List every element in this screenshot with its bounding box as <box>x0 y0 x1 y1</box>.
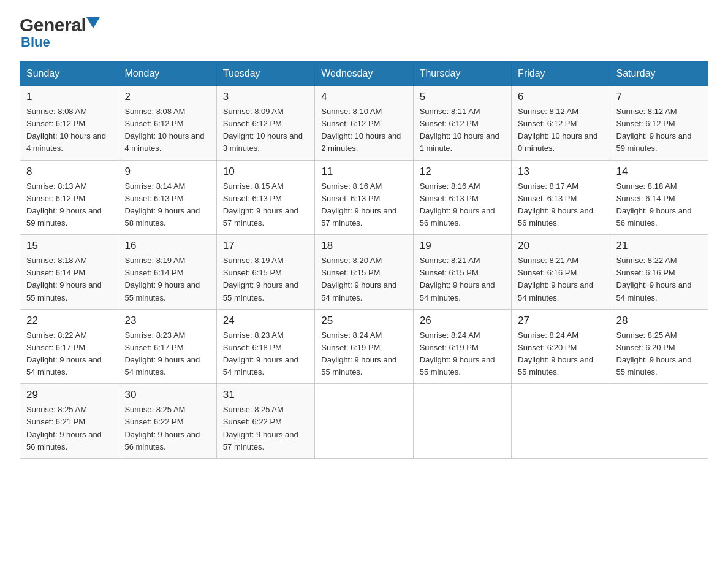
daylight-label: Daylight: 9 hours and 55 minutes. <box>124 280 200 302</box>
day-number: 30 <box>124 389 210 401</box>
day-cell-31: 31 Sunrise: 8:25 AM Sunset: 6:22 PM Dayl… <box>216 384 314 459</box>
daylight-label: Daylight: 9 hours and 57 minutes. <box>223 430 298 451</box>
daylight-label: Daylight: 10 hours and 0 minutes. <box>518 131 597 153</box>
sunrise-label: Sunrise: 8:24 AM <box>321 331 382 340</box>
calendar-week-row: 1 Sunrise: 8:08 AM Sunset: 6:12 PM Dayli… <box>20 86 708 161</box>
sunrise-label: Sunrise: 8:18 AM <box>616 182 677 191</box>
daylight-label: Daylight: 9 hours and 55 minutes. <box>26 280 102 302</box>
sunset-label: Sunset: 6:18 PM <box>223 343 282 352</box>
empty-day-cell <box>512 384 610 459</box>
sunrise-label: Sunrise: 8:11 AM <box>420 107 480 116</box>
sunset-label: Sunset: 6:12 PM <box>26 194 85 203</box>
day-info: Sunrise: 8:22 AM Sunset: 6:17 PM Dayligh… <box>26 329 112 379</box>
day-number: 4 <box>321 91 406 103</box>
weekday-header-thursday: Thursday <box>413 62 511 86</box>
daylight-label: Daylight: 10 hours and 4 minutes. <box>124 131 204 153</box>
sunset-label: Sunset: 6:15 PM <box>420 268 479 277</box>
daylight-label: Daylight: 9 hours and 56 minutes. <box>420 206 495 228</box>
day-cell-21: 21 Sunrise: 8:22 AM Sunset: 6:16 PM Dayl… <box>610 235 708 310</box>
weekday-header-row: SundayMondayTuesdayWednesdayThursdayFrid… <box>20 62 708 86</box>
day-info: Sunrise: 8:17 AM Sunset: 6:13 PM Dayligh… <box>518 180 603 230</box>
day-number: 2 <box>124 91 210 103</box>
sunset-label: Sunset: 6:13 PM <box>124 194 183 203</box>
sunset-label: Sunset: 6:16 PM <box>616 268 675 277</box>
day-info: Sunrise: 8:19 AM Sunset: 6:15 PM Dayligh… <box>223 255 308 304</box>
daylight-label: Daylight: 9 hours and 54 minutes. <box>616 280 692 302</box>
day-info: Sunrise: 8:15 AM Sunset: 6:13 PM Dayligh… <box>223 180 308 230</box>
day-info: Sunrise: 8:14 AM Sunset: 6:13 PM Dayligh… <box>124 180 210 230</box>
calendar-table: SundayMondayTuesdayWednesdayThursdayFrid… <box>20 61 708 459</box>
day-number: 18 <box>321 240 406 252</box>
daylight-label: Daylight: 9 hours and 56 minutes. <box>518 206 593 228</box>
weekday-header-tuesday: Tuesday <box>216 62 314 86</box>
day-cell-8: 8 Sunrise: 8:13 AM Sunset: 6:12 PM Dayli… <box>20 160 118 235</box>
day-info: Sunrise: 8:24 AM Sunset: 6:20 PM Dayligh… <box>518 329 603 379</box>
daylight-label: Daylight: 9 hours and 59 minutes. <box>26 206 102 228</box>
calendar-week-row: 15 Sunrise: 8:18 AM Sunset: 6:14 PM Dayl… <box>20 235 708 310</box>
day-number: 26 <box>420 315 505 327</box>
day-number: 7 <box>616 91 702 103</box>
day-number: 28 <box>616 315 702 327</box>
day-info: Sunrise: 8:20 AM Sunset: 6:15 PM Dayligh… <box>321 255 406 304</box>
day-number: 31 <box>223 389 308 401</box>
sunrise-label: Sunrise: 8:21 AM <box>420 256 480 265</box>
day-number: 9 <box>124 166 210 178</box>
day-number: 11 <box>321 166 406 178</box>
sunrise-label: Sunrise: 8:25 AM <box>26 405 87 414</box>
day-info: Sunrise: 8:24 AM Sunset: 6:19 PM Dayligh… <box>420 329 505 379</box>
day-number: 29 <box>26 389 112 401</box>
day-number: 12 <box>420 166 505 178</box>
day-info: Sunrise: 8:12 AM Sunset: 6:12 PM Dayligh… <box>616 105 702 155</box>
sunset-label: Sunset: 6:20 PM <box>616 343 675 352</box>
sunrise-label: Sunrise: 8:16 AM <box>420 182 480 191</box>
day-cell-22: 22 Sunrise: 8:22 AM Sunset: 6:17 PM Dayl… <box>20 309 118 384</box>
day-number: 14 <box>616 166 702 178</box>
daylight-label: Daylight: 10 hours and 1 minute. <box>420 131 499 153</box>
sunrise-label: Sunrise: 8:23 AM <box>223 331 284 340</box>
day-cell-27: 27 Sunrise: 8:24 AM Sunset: 6:20 PM Dayl… <box>512 309 610 384</box>
sunset-label: Sunset: 6:13 PM <box>518 194 577 203</box>
day-number: 17 <box>223 240 308 252</box>
day-info: Sunrise: 8:25 AM Sunset: 6:21 PM Dayligh… <box>26 404 112 453</box>
sunset-label: Sunset: 6:17 PM <box>124 343 183 352</box>
daylight-label: Daylight: 9 hours and 55 minutes. <box>420 355 495 377</box>
sunset-label: Sunset: 6:12 PM <box>321 119 380 128</box>
day-cell-28: 28 Sunrise: 8:25 AM Sunset: 6:20 PM Dayl… <box>610 309 708 384</box>
daylight-label: Daylight: 9 hours and 59 minutes. <box>616 131 692 153</box>
weekday-header-monday: Monday <box>118 62 216 86</box>
sunset-label: Sunset: 6:14 PM <box>26 268 85 277</box>
svg-marker-0 <box>86 17 100 28</box>
weekday-header-saturday: Saturday <box>610 62 708 86</box>
day-info: Sunrise: 8:19 AM Sunset: 6:14 PM Dayligh… <box>124 255 210 304</box>
day-number: 20 <box>518 240 603 252</box>
day-number: 13 <box>518 166 603 178</box>
day-info: Sunrise: 8:08 AM Sunset: 6:12 PM Dayligh… <box>124 105 210 155</box>
day-info: Sunrise: 8:25 AM Sunset: 6:22 PM Dayligh… <box>223 404 308 453</box>
day-cell-7: 7 Sunrise: 8:12 AM Sunset: 6:12 PM Dayli… <box>610 86 708 161</box>
day-cell-25: 25 Sunrise: 8:24 AM Sunset: 6:19 PM Dayl… <box>315 309 413 384</box>
day-number: 1 <box>26 91 112 103</box>
day-number: 27 <box>518 315 603 327</box>
day-number: 3 <box>223 91 308 103</box>
day-cell-1: 1 Sunrise: 8:08 AM Sunset: 6:12 PM Dayli… <box>20 86 118 161</box>
day-cell-29: 29 Sunrise: 8:25 AM Sunset: 6:21 PM Dayl… <box>20 384 118 459</box>
sunrise-label: Sunrise: 8:22 AM <box>26 331 87 340</box>
day-number: 19 <box>420 240 505 252</box>
day-cell-15: 15 Sunrise: 8:18 AM Sunset: 6:14 PM Dayl… <box>20 235 118 310</box>
day-info: Sunrise: 8:16 AM Sunset: 6:13 PM Dayligh… <box>420 180 505 230</box>
day-number: 22 <box>26 315 112 327</box>
day-info: Sunrise: 8:18 AM Sunset: 6:14 PM Dayligh… <box>26 255 112 304</box>
daylight-label: Daylight: 9 hours and 56 minutes. <box>616 206 692 228</box>
sunrise-label: Sunrise: 8:21 AM <box>518 256 578 265</box>
empty-day-cell <box>610 384 708 459</box>
sunrise-label: Sunrise: 8:17 AM <box>518 182 578 191</box>
sunset-label: Sunset: 6:22 PM <box>223 417 282 426</box>
day-cell-23: 23 Sunrise: 8:23 AM Sunset: 6:17 PM Dayl… <box>118 309 216 384</box>
day-number: 10 <box>223 166 308 178</box>
daylight-label: Daylight: 10 hours and 4 minutes. <box>26 131 106 153</box>
day-cell-9: 9 Sunrise: 8:14 AM Sunset: 6:13 PM Dayli… <box>118 160 216 235</box>
sunset-label: Sunset: 6:12 PM <box>124 119 183 128</box>
calendar-header: SundayMondayTuesdayWednesdayThursdayFrid… <box>20 62 708 86</box>
sunrise-label: Sunrise: 8:12 AM <box>616 107 677 116</box>
sunset-label: Sunset: 6:17 PM <box>26 343 85 352</box>
